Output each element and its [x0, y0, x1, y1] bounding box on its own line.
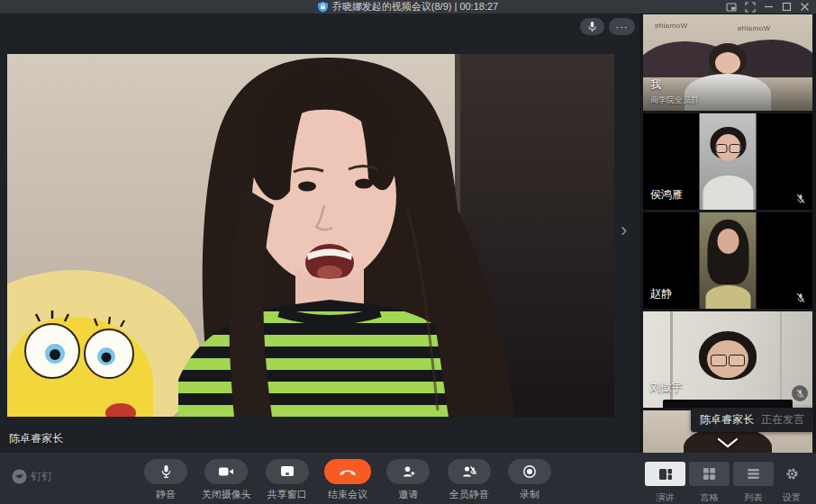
button-label: 关闭摄像头: [202, 488, 251, 501]
record-button[interactable]: 录制: [501, 459, 558, 501]
person-plus-icon: [401, 464, 416, 479]
pip-icon[interactable]: [726, 2, 737, 13]
grid-view-button[interactable]: 宫格: [689, 462, 730, 504]
view-switcher: 演讲 宫格 列表: [645, 462, 774, 504]
speaking-status: 正在发言: [761, 412, 804, 428]
main-speaker-name: 陈卓睿家长: [9, 431, 63, 446]
share-window-button[interactable]: 共享窗口: [258, 459, 316, 501]
participants-panel: Womalife Womalife 我 商学院全员群 侯鸿雁: [639, 14, 816, 453]
list-view-icon: [747, 468, 760, 480]
invite-button[interactable]: 邀请: [379, 459, 437, 501]
button-label: 结束会议: [328, 488, 367, 501]
participant-tile-me[interactable]: Womalife Womalife 我 商学院全员群: [643, 14, 812, 111]
secure-lock-badge-icon: [318, 2, 328, 13]
glasses: [715, 144, 740, 153]
record-icon: [522, 464, 537, 479]
participant-face: [717, 229, 739, 254]
video-more-button[interactable]: ···: [609, 18, 635, 35]
participant-tile[interactable]: 侯鸿雁: [643, 113, 812, 210]
mic-icon: [587, 21, 597, 33]
speaking-name: 陈卓睿家长: [700, 412, 754, 428]
meeting-title: 乔晓娜发起的视频会议(8/9) | 00:18:27: [332, 0, 498, 14]
participant-face: [715, 52, 740, 74]
participant-name: 我: [650, 77, 661, 93]
end-meeting-button[interactable]: 结束会议: [319, 459, 376, 501]
camera-off-button[interactable]: 关闭摄像头: [197, 459, 255, 501]
grid-view-icon: [703, 467, 716, 481]
participant-body: [703, 176, 753, 210]
participant-video: [700, 212, 757, 309]
mute-button[interactable]: 静音: [137, 459, 195, 501]
speaker-view-icon: [658, 468, 673, 481]
participant-name: 刘傲宇: [650, 380, 683, 395]
view-label: 宫格: [701, 491, 719, 504]
desk-edge: [663, 400, 793, 408]
view-label: 演讲: [657, 491, 675, 504]
glasses: [711, 355, 745, 366]
titlebar: 乔晓娜发起的视频会议(8/9) | 00:18:27: [0, 0, 816, 14]
mic-off-icon: [795, 292, 806, 303]
participant-name: 赵静: [650, 286, 672, 302]
participant-tile[interactable]: 赵静: [643, 212, 812, 309]
participant-name: 侯鸿雁: [650, 187, 683, 202]
speaking-toast: 陈卓睿家长 正在发言: [691, 408, 813, 432]
video-mic-button[interactable]: [580, 18, 604, 35]
fullscreen-icon[interactable]: [745, 2, 756, 13]
participant-video: [700, 113, 757, 210]
meeting-window: 乔晓娜发起的视频会议(8/9) | 00:18:27: [0, 0, 816, 504]
minimize-icon[interactable]: [764, 2, 774, 12]
background-door-frame: [780, 311, 782, 408]
window-icon: [280, 465, 295, 478]
button-label: 邀请: [398, 488, 418, 501]
dingtalk-logo-icon: [12, 469, 27, 484]
collapse-panel-chevron-icon[interactable]: ›: [621, 218, 627, 243]
camera-icon: [218, 465, 234, 478]
participant-tile[interactable]: 刘傲宇: [643, 311, 812, 408]
mic-icon: [160, 464, 172, 479]
maximize-icon[interactable]: [782, 2, 792, 12]
mute-all-button[interactable]: 全员静音: [440, 459, 498, 501]
brand: 钉钉: [12, 469, 52, 484]
close-icon[interactable]: [800, 2, 810, 12]
gear-icon: [785, 467, 799, 481]
main-video-feed: [7, 54, 614, 417]
button-label: 全员静音: [449, 488, 489, 501]
hangup-icon: [339, 466, 357, 477]
button-label: 静音: [156, 488, 176, 501]
speaker-view-button[interactable]: 演讲: [645, 462, 685, 504]
mic-off-badge: [792, 385, 808, 401]
button-label: 共享窗口: [267, 488, 307, 501]
settings-label: 设置: [783, 491, 801, 504]
mirrored-poster-watermark: Womalife: [654, 22, 687, 30]
list-view-button[interactable]: 列表: [733, 462, 774, 504]
button-label: 录制: [520, 488, 539, 501]
view-label: 列表: [745, 491, 763, 504]
mic-off-icon: [795, 389, 805, 399]
person-mic-off-icon: [461, 464, 477, 479]
scroll-down-chevron-icon[interactable]: [713, 436, 742, 450]
settings-button[interactable]: 设置: [773, 462, 811, 504]
more-dots-icon: ···: [616, 22, 629, 32]
brand-label: 钉钉: [31, 469, 52, 484]
mic-off-icon: [795, 194, 806, 204]
participant-body: [705, 285, 750, 309]
toolbar-buttons: 静音 关闭摄像头 共享窗口 结束会议: [137, 459, 558, 501]
mirrored-poster-watermark: Womalife: [737, 24, 770, 32]
participant-group: 商学院全员群: [650, 94, 699, 106]
